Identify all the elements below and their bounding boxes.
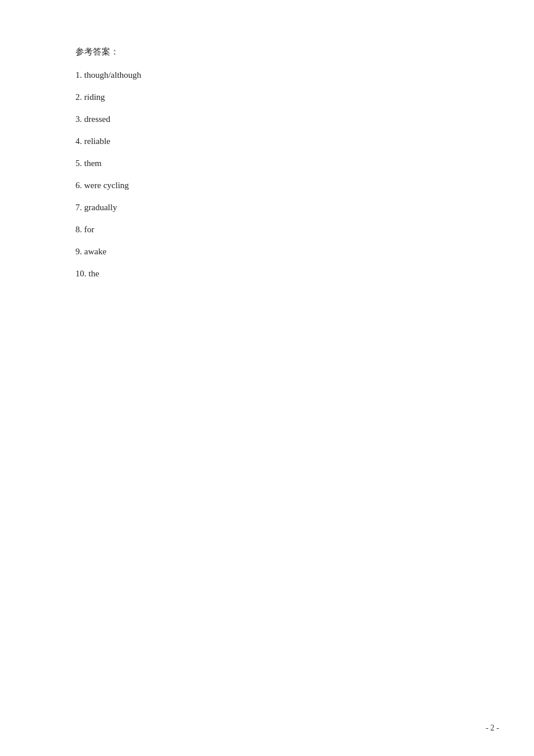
list-item: 5. them bbox=[75, 156, 459, 170]
list-item: 3. dressed bbox=[75, 112, 459, 126]
list-item: 8. for bbox=[75, 222, 459, 236]
list-item: 9. awake bbox=[75, 244, 459, 258]
answer-list: 1. though/although2. riding3. dressed4. … bbox=[75, 68, 459, 280]
page-content: 参考答案： 1. though/although2. riding3. dres… bbox=[0, 0, 534, 335]
section-title: 参考答案： bbox=[75, 46, 459, 57]
list-item: 4. reliable bbox=[75, 134, 459, 148]
list-item: 7. gradually bbox=[75, 200, 459, 214]
page-number: - 2 - bbox=[486, 723, 499, 733]
list-item: 6. were cycling bbox=[75, 178, 459, 192]
list-item: 2. riding bbox=[75, 90, 459, 104]
list-item: 1. though/although bbox=[75, 68, 459, 82]
list-item: 10. the bbox=[75, 267, 459, 280]
